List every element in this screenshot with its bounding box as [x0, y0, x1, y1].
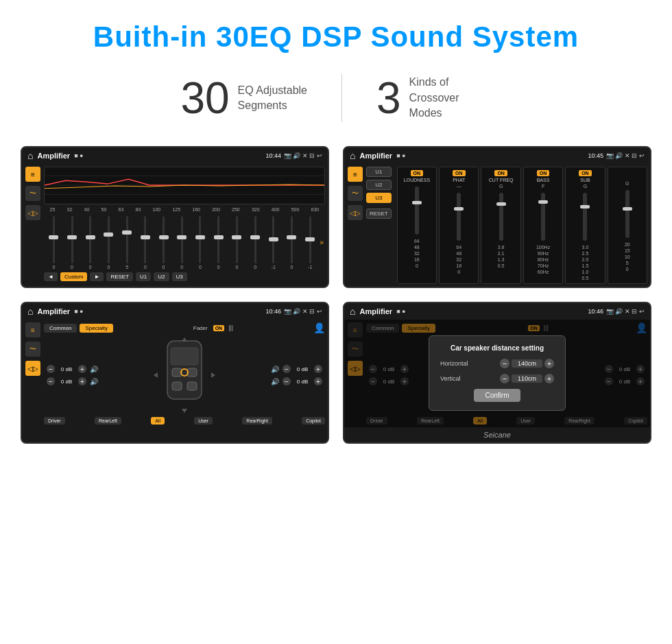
vol-rl-value: 0 dB [57, 379, 76, 385]
svg-marker-11 [182, 337, 187, 342]
phat-slider[interactable] [457, 193, 461, 241]
eq-slider-1[interactable]: 0 [45, 215, 62, 270]
cv-vol-icon[interactable]: ◁▷ [348, 205, 363, 220]
u3-button[interactable]: U3 [172, 272, 187, 281]
vol-fl-plus[interactable]: + [78, 365, 86, 373]
vol-fr-plus[interactable]: + [314, 365, 322, 373]
eq-slider-5[interactable]: 5 [119, 215, 136, 270]
sp-eq-icon[interactable]: ≡ [25, 322, 40, 337]
reset-button[interactable]: RESET [106, 272, 133, 281]
vol-rr-minus[interactable]: − [283, 377, 291, 385]
eq-slider-3[interactable]: 0 [82, 215, 99, 270]
sp-wave-icon[interactable]: 〜 [25, 342, 40, 357]
screen3-content: ≡ 〜 ◁▷ Common Specialty Fader ON ||| 👤 [22, 320, 328, 427]
screen2-rec-icons: ■ ● [396, 152, 405, 159]
s4-wave-icon: 〜 [348, 342, 363, 357]
eq-slider-7[interactable]: 0 [155, 215, 172, 270]
cv-wave-icon[interactable]: 〜 [348, 186, 363, 201]
bass-slider[interactable] [541, 193, 545, 241]
modal-dialog: Car speaker distance setting Horizontal … [429, 335, 566, 411]
cutfreq-on[interactable]: ON [494, 170, 507, 176]
eq-graph [44, 167, 325, 204]
profile-icon: 👤 [313, 322, 325, 333]
horizontal-label: Horizontal [440, 360, 468, 367]
screen2-status-icons: 📷 🔊 ✕ ⊟ ↩ [606, 152, 645, 159]
expand-icon[interactable]: » [320, 239, 324, 246]
vol-fl-minus[interactable]: − [47, 365, 55, 373]
vertical-label: Vertical [440, 375, 461, 382]
eq-icon[interactable]: ≡ [25, 167, 40, 182]
u2-preset[interactable]: U2 [366, 180, 392, 190]
modal-horizontal-row: Horizontal − 140cm + [440, 359, 554, 368]
screen3-status-icons: 📷 🔊 ✕ ⊟ ↩ [284, 308, 322, 315]
vertical-minus[interactable]: − [500, 374, 509, 383]
bass-label: BASS [537, 178, 550, 182]
sub-label: SUB [580, 178, 590, 182]
screen3-rec-icons: ■ ● [74, 308, 83, 315]
eq-slider-12[interactable]: 0 [247, 215, 264, 270]
vol-fr-value: 0 dB [293, 366, 312, 372]
vol-icon[interactable]: ◁▷ [25, 205, 40, 220]
vol-rl-minus[interactable]: − [47, 377, 55, 385]
phat-on[interactable]: ON [453, 170, 466, 176]
rearleft-button[interactable]: RearLeft [95, 417, 121, 425]
crossover-cols: ON LOUDNESS 64 48 32 16 0 ON PHAT — [397, 167, 647, 284]
vol-rr-plus[interactable]: + [314, 377, 322, 385]
horizontal-minus[interactable]: − [500, 359, 509, 368]
u1-button[interactable]: U1 [136, 272, 151, 281]
u3-preset[interactable]: U3 [366, 193, 392, 203]
user-button[interactable]: User [194, 417, 213, 425]
page: Buith-in 30EQ DSP Sound System 30 EQ Adj… [0, 0, 672, 457]
vol-rl-plus[interactable]: + [78, 377, 86, 385]
screen1-time: 10:44 [265, 152, 281, 159]
extra-slider[interactable] [625, 190, 629, 238]
eq-slider-2[interactable]: 0 [64, 215, 81, 270]
eq-slider-9[interactable]: 0 [192, 215, 209, 270]
eq-slider-6[interactable]: 0 [137, 215, 154, 270]
screen2-app-title: Amplifier [359, 152, 392, 160]
eq-slider-15[interactable]: -1 [302, 215, 319, 270]
sub-slider[interactable] [583, 193, 587, 241]
eq-slider-13[interactable]: -1 [265, 215, 282, 270]
page-header: Buith-in 30EQ DSP Sound System [0, 0, 672, 60]
car-diagram [154, 337, 215, 413]
eq-slider-14[interactable]: 0 [283, 215, 300, 270]
specialty-tab[interactable]: Specialty [80, 324, 112, 333]
cutfreq-slider[interactable] [499, 193, 503, 241]
screen4-rec-icons: ■ ● [396, 308, 405, 315]
speaker-rr-icon: 🔊 [271, 378, 279, 385]
bass-on[interactable]: ON [537, 170, 550, 176]
prev-button[interactable]: ◄ [44, 272, 58, 281]
eq-slider-10[interactable]: 0 [210, 215, 227, 270]
u1-preset[interactable]: U1 [366, 167, 392, 177]
vertical-plus[interactable]: + [544, 374, 554, 383]
sp-vol-icon[interactable]: ◁▷ [25, 361, 40, 376]
screen3-app-title: Amplifier [37, 307, 70, 315]
wave-icon[interactable]: 〜 [25, 186, 40, 201]
sub-on[interactable]: ON [579, 170, 592, 176]
custom-button[interactable]: Custom [60, 272, 88, 281]
cutfreq-label: CUT FREQ [489, 178, 514, 182]
confirm-button[interactable]: Confirm [474, 389, 520, 402]
eq-slider-4[interactable]: 0 [100, 215, 117, 270]
loudness-slider[interactable] [415, 187, 419, 235]
all-button[interactable]: All [151, 417, 165, 425]
u2-button[interactable]: U2 [154, 272, 169, 281]
cv-eq-icon[interactable]: ≡ [348, 167, 363, 182]
screen3-top: Common Specialty Fader ON ||| 👤 [44, 322, 325, 333]
rearright-button[interactable]: RearRight [242, 417, 272, 425]
loudness-on[interactable]: ON [411, 170, 424, 176]
screen2-time: 10:45 [588, 152, 603, 159]
eq-slider-11[interactable]: 0 [228, 215, 245, 270]
cv-reset-btn[interactable]: RESET [366, 208, 392, 219]
eq-slider-8[interactable]: 0 [173, 215, 191, 270]
horizontal-plus[interactable]: + [544, 359, 554, 368]
speaker-fl-icon: 🔊 [90, 366, 98, 373]
vol-rl: − 0 dB + 🔊 [47, 377, 98, 385]
play-button[interactable]: ► [90, 272, 104, 281]
copilot-button[interactable]: Copilot [302, 417, 325, 425]
vol-fr-minus[interactable]: − [283, 365, 291, 373]
common-tab[interactable]: Common [44, 324, 77, 333]
driver-button[interactable]: Driver [44, 417, 65, 425]
cv-loudness: ON LOUDNESS 64 48 32 16 0 [397, 167, 437, 284]
